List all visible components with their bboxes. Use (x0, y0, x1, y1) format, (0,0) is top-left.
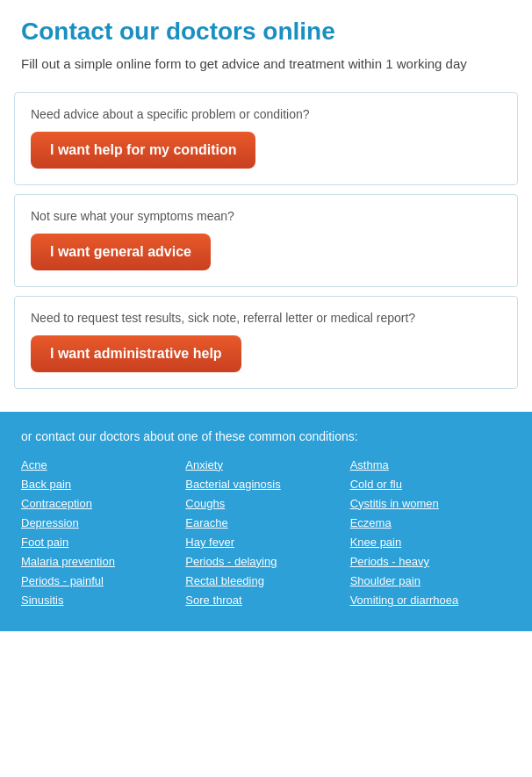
header-section: Contact our doctors online Fill out a si… (0, 0, 532, 92)
condition-card-label: Need advice about a specific problem or … (31, 107, 501, 121)
advice-card-label: Not sure what your symptoms mean? (31, 209, 501, 223)
condition-link[interactable]: Anxiety (185, 456, 346, 475)
condition-card: Need advice about a specific problem or … (14, 92, 518, 185)
condition-link[interactable]: Back pain (21, 475, 182, 494)
condition-link[interactable]: Vomiting or diarrhoea (350, 591, 511, 610)
condition-link[interactable]: Eczema (350, 514, 511, 533)
condition-button[interactable]: I want help for my condition (31, 132, 255, 169)
conditions-col2: AnxietyBacterial vaginosisCoughsEaracheH… (185, 456, 346, 611)
condition-link[interactable]: Foot pain (21, 533, 182, 552)
condition-link[interactable]: Depression (21, 514, 182, 533)
advice-button[interactable]: I want general advice (31, 234, 211, 270)
conditions-col3: AsthmaCold or fluCystitis in womenEczema… (350, 456, 511, 611)
main-title: Contact our doctors online (21, 18, 511, 46)
page-wrapper: Contact our doctors online Fill out a si… (0, 0, 532, 631)
condition-link[interactable]: Sore throat (185, 591, 346, 610)
condition-link[interactable]: Cold or flu (350, 475, 511, 494)
condition-link[interactable]: Periods - painful (21, 572, 182, 591)
condition-link[interactable]: Acne (21, 456, 182, 475)
condition-link[interactable]: Cystitis in women (350, 494, 511, 514)
condition-link[interactable]: Malaria prevention (21, 552, 182, 572)
admin-card-label: Need to request test results, sick note,… (31, 311, 501, 325)
conditions-section: or contact our doctors about one of thes… (0, 412, 532, 632)
condition-link[interactable]: Periods - heavy (350, 552, 511, 572)
condition-link[interactable]: Contraception (21, 494, 182, 514)
condition-link[interactable]: Periods - delaying (185, 552, 346, 572)
admin-card: Need to request test results, sick note,… (14, 296, 518, 389)
conditions-col1: AcneBack painContraceptionDepressionFoot… (21, 456, 182, 611)
condition-link[interactable]: Hay fever (185, 533, 346, 552)
condition-link[interactable]: Coughs (185, 494, 346, 514)
conditions-grid: AcneBack painContraceptionDepressionFoot… (21, 456, 511, 611)
admin-button[interactable]: I want administrative help (31, 335, 241, 372)
conditions-intro: or contact our doctors about one of thes… (21, 429, 511, 443)
condition-link[interactable]: Shoulder pain (350, 572, 511, 591)
condition-link[interactable]: Asthma (350, 456, 511, 475)
condition-link[interactable]: Bacterial vaginosis (185, 475, 346, 494)
condition-link[interactable]: Knee pain (350, 533, 511, 552)
subtitle: Fill out a simple online form to get adv… (21, 54, 511, 75)
cards-area: Need advice about a specific problem or … (0, 92, 532, 412)
condition-link[interactable]: Rectal bleeding (185, 572, 346, 591)
condition-link[interactable]: Earache (185, 514, 346, 533)
condition-link[interactable]: Sinusitis (21, 591, 182, 610)
advice-card: Not sure what your symptoms mean? I want… (14, 194, 518, 287)
